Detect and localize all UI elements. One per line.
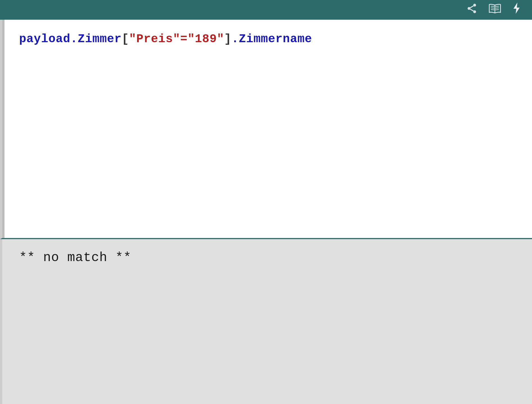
svg-line-9	[495, 6, 499, 6]
svg-line-4	[470, 6, 473, 8]
svg-line-10	[495, 8, 499, 8]
result-area: ** no match **	[0, 239, 532, 404]
code-zimmername: Zimmername	[239, 32, 312, 46]
extra-icon[interactable]	[512, 2, 521, 18]
code-dot-1: .	[70, 32, 78, 46]
svg-line-11	[495, 10, 499, 10]
book-icon[interactable]	[489, 3, 501, 17]
code-zimmer: Zimmer	[78, 32, 121, 46]
result-text: ** no match **	[19, 250, 515, 265]
header-bar	[0, 0, 532, 20]
code-payload: payload	[19, 32, 70, 46]
svg-line-7	[491, 8, 494, 8]
svg-marker-12	[513, 3, 520, 14]
svg-line-8	[491, 10, 494, 10]
code-bracket-open: [	[122, 32, 129, 46]
code-bracket-close: ]	[224, 32, 231, 46]
svg-line-6	[491, 6, 494, 6]
scrollbar[interactable]	[2, 20, 4, 238]
svg-point-2	[473, 10, 476, 13]
svg-point-1	[468, 7, 470, 10]
code-dot-2: .	[231, 32, 239, 46]
editor-area: payload.Zimmer["Preis"="189"].Zimmername	[0, 20, 532, 239]
svg-point-0	[473, 4, 476, 6]
share-icon[interactable]	[466, 3, 477, 17]
svg-line-3	[470, 9, 473, 11]
code-filter: "Preis"="189"	[129, 32, 224, 46]
code-expression: payload.Zimmer["Preis"="189"].Zimmername	[19, 28, 515, 48]
